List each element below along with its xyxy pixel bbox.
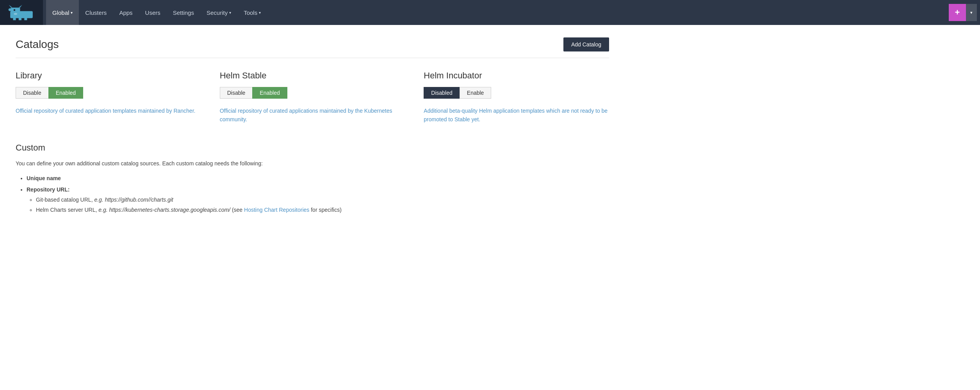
catalog-name-library: Library xyxy=(16,71,201,81)
catalog-name-helm-incubator: Helm Incubator xyxy=(424,71,609,81)
catalog-name-helm-stable: Helm Stable xyxy=(220,71,405,81)
nav-item-apps[interactable]: Apps xyxy=(113,0,139,25)
nav-item-security[interactable]: Security ▾ xyxy=(200,0,237,25)
toggle-group-helm-incubator: Disabled Enable xyxy=(424,87,609,99)
custom-section: Custom You can define your own additiona… xyxy=(16,143,609,214)
page-title: Catalogs xyxy=(16,38,59,51)
svg-rect-9 xyxy=(24,18,27,20)
catalog-card-helm-stable: Helm Stable Disable Enabled Official rep… xyxy=(220,71,405,124)
catalog-card-helm-incubator: Helm Incubator Disabled Enable Additiona… xyxy=(424,71,609,124)
custom-section-desc: You can define your own additional custo… xyxy=(16,159,609,168)
rancher-logo-icon xyxy=(7,5,36,20)
nav-add-dropdown[interactable]: ▾ xyxy=(966,4,977,21)
page-header: Catalogs Add Catalog xyxy=(16,37,609,58)
nav-item-settings[interactable]: Settings xyxy=(167,0,200,25)
sub-list-repo: Git-based catalog URL, e.g. https://gith… xyxy=(27,195,609,214)
enable-button-library[interactable]: Enabled xyxy=(48,87,83,99)
nav-item-clusters[interactable]: Clusters xyxy=(79,0,113,25)
svg-point-5 xyxy=(14,13,17,15)
svg-marker-2 xyxy=(9,5,12,7)
custom-section-title: Custom xyxy=(16,143,609,153)
list-item-unique-name: Unique name xyxy=(27,174,609,183)
chevron-down-icon: ▾ xyxy=(71,11,73,15)
svg-rect-7 xyxy=(13,18,16,20)
svg-rect-8 xyxy=(19,18,21,20)
catalog-desc-helm-incubator: Additional beta-quality Helm application… xyxy=(424,106,609,124)
disable-button-helm-stable[interactable]: Disable xyxy=(220,87,253,99)
catalog-card-library: Library Disable Enabled Official reposit… xyxy=(16,71,201,124)
toggle-group-helm-stable: Disable Enabled xyxy=(220,87,405,99)
nav-item-users[interactable]: Users xyxy=(139,0,167,25)
toggle-group-library: Disable Enabled xyxy=(16,87,201,99)
custom-bullet-list: Unique name Repository URL: Git-based ca… xyxy=(16,174,609,214)
nav-items: Global ▾ Clusters Apps Users Settings Se… xyxy=(43,0,949,25)
enable-button-helm-stable[interactable]: Enabled xyxy=(252,87,287,99)
disable-button-helm-incubator[interactable]: Disabled xyxy=(424,87,459,99)
svg-marker-3 xyxy=(19,5,22,7)
enable-button-helm-incubator[interactable]: Enable xyxy=(460,87,492,99)
svg-point-6 xyxy=(14,9,16,11)
svg-point-4 xyxy=(9,8,12,11)
nav-item-tools[interactable]: Tools ▾ xyxy=(237,0,267,25)
catalog-desc-helm-stable: Official repository of curated applicati… xyxy=(220,106,405,124)
nav-right: + ▾ xyxy=(949,4,980,21)
add-button[interactable]: + xyxy=(949,4,966,21)
catalog-desc-library: Official repository of curated applicati… xyxy=(16,106,201,115)
list-item-repo-url: Repository URL: Git-based catalog URL, e… xyxy=(27,185,609,214)
nav-item-global[interactable]: Global ▾ xyxy=(46,0,79,25)
disable-button-library[interactable]: Disable xyxy=(16,87,48,99)
chevron-down-icon: ▾ xyxy=(259,11,261,15)
logo xyxy=(0,0,43,25)
list-item-git-url: Git-based catalog URL, e.g. https://gith… xyxy=(36,195,609,204)
navbar: Global ▾ Clusters Apps Users Settings Se… xyxy=(0,0,980,25)
chevron-down-icon: ▾ xyxy=(229,11,231,15)
catalog-grid: Library Disable Enabled Official reposit… xyxy=(16,71,609,124)
list-item-helm-url: Helm Charts server URL, e.g. https://kub… xyxy=(36,206,609,214)
add-catalog-button[interactable]: Add Catalog xyxy=(563,37,609,51)
hosting-chart-repositories-link[interactable]: Hosting Chart Repositories xyxy=(244,207,309,213)
